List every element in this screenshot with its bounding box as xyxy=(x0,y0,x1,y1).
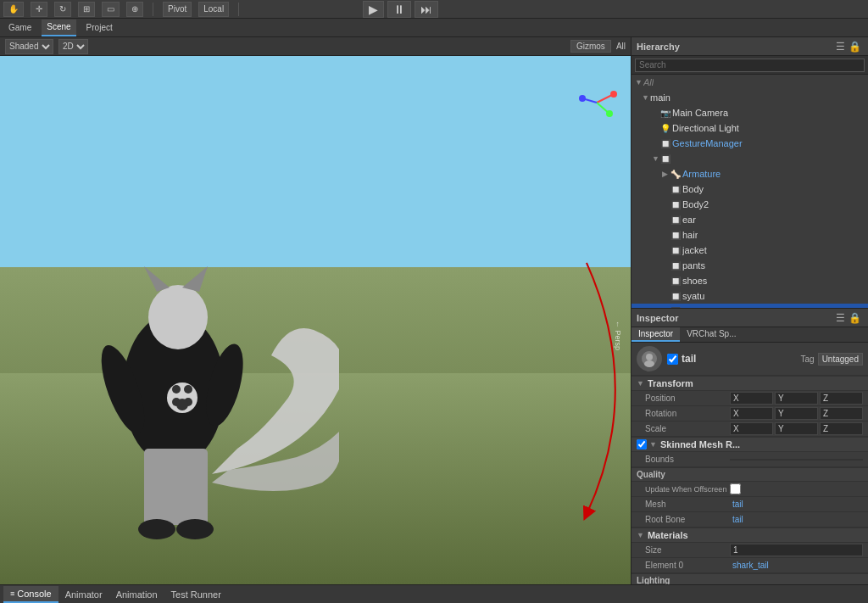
position-y[interactable] xyxy=(775,392,818,405)
tree-item-jacket[interactable]: 🔲 jacket xyxy=(632,243,868,258)
element0-value[interactable]: shark_tail xyxy=(730,560,863,571)
mesh-value[interactable]: tail xyxy=(730,499,863,510)
tree-item-armature[interactable]: ▶ 🦴 Armature xyxy=(632,166,868,181)
svg-point-13 xyxy=(138,519,175,539)
tree-arrow-main: ▼ xyxy=(642,93,650,102)
tag-value[interactable]: Untagged xyxy=(818,353,863,366)
tab-project-top[interactable]: Project xyxy=(81,20,118,36)
tree-item-gesture-manager[interactable]: 🔲 GestureManager xyxy=(632,136,868,151)
gizmos-button[interactable]: Gizmos xyxy=(570,40,611,53)
hierarchy-search-input[interactable] xyxy=(635,59,865,72)
bounds-value xyxy=(730,459,863,461)
toolbar-transform-hand[interactable]: ✋ xyxy=(3,2,24,17)
inspector-menu-btn[interactable]: ☰ xyxy=(834,312,847,324)
tab-game[interactable]: Game xyxy=(3,20,36,36)
materials-header[interactable]: ▼ Materials xyxy=(632,528,868,543)
position-x[interactable] xyxy=(730,392,773,405)
toolbar-transform-custom[interactable]: ⊕ xyxy=(126,2,143,17)
inspector-lock-btn[interactable]: 🔒 xyxy=(847,312,863,324)
inspector-tab-inspector[interactable]: Inspector xyxy=(632,327,680,342)
bottom-tab-console[interactable]: ≡ Console xyxy=(3,586,58,603)
rotation-z[interactable] xyxy=(820,407,863,420)
lighting-title: Lighting xyxy=(637,576,863,584)
svg-point-22 xyxy=(579,95,586,102)
toolbar-transform-rotate[interactable]: ↻ xyxy=(54,2,71,17)
transform-title: Transform xyxy=(648,378,863,388)
prop-element0: Element 0 shark_tail xyxy=(632,558,868,573)
tree-item-main[interactable]: ▼ main xyxy=(632,90,868,105)
tree-item-body[interactable]: 🔲 Body xyxy=(632,181,868,197)
skinned-mesh-header[interactable]: ▼ Skinned Mesh R... xyxy=(632,437,868,452)
shading-select[interactable]: Shaded xyxy=(5,39,53,54)
rotation-x[interactable] xyxy=(730,407,773,420)
step-button[interactable]: ⏭ xyxy=(415,1,438,18)
toolbar-transform-scale[interactable]: ⊞ xyxy=(78,2,95,17)
size-label: Size xyxy=(645,545,730,555)
size-value[interactable] xyxy=(730,544,863,556)
2d-select[interactable]: 2D xyxy=(58,39,88,54)
tree-item-root-obj[interactable]: ▼ 🔲 xyxy=(632,151,868,166)
hierarchy-menu-btn[interactable]: ☰ xyxy=(834,41,847,53)
local-button[interactable]: Local xyxy=(198,2,229,17)
inspector-title: Inspector xyxy=(637,313,679,323)
toolbar-transform-rect[interactable]: ▭ xyxy=(102,2,120,17)
quality-title: Quality xyxy=(637,470,863,479)
position-z[interactable] xyxy=(820,392,863,405)
tree-item-tail[interactable]: ▼ 🔲 tail xyxy=(632,304,868,308)
console-icon: ≡ xyxy=(10,589,14,598)
prop-scale: Scale xyxy=(632,422,868,437)
scale-x[interactable] xyxy=(730,422,773,435)
inspector-tabs: Inspector VRChat Sp... xyxy=(632,327,868,343)
top-toolbar: ✋ ✛ ↻ ⊞ ▭ ⊕ Pivot Local ▶ ⏸ ⏭ xyxy=(0,0,868,19)
hierarchy-tree: ▼ All ▼ main 📷 Main Camera 💡 xyxy=(632,75,868,308)
lighting-header[interactable]: Lighting xyxy=(632,573,868,584)
svg-point-14 xyxy=(176,519,214,539)
tree-item-all[interactable]: ▼ All xyxy=(632,75,868,90)
rotation-y[interactable] xyxy=(775,407,818,420)
object-active-checkbox[interactable] xyxy=(667,354,678,365)
persp-label: ← Persp xyxy=(614,321,622,350)
inspector-tab-vrchat[interactable]: VRChat Sp... xyxy=(680,327,743,342)
tree-item-hair[interactable]: 🔲 hair xyxy=(632,227,868,243)
tree-item-syatu[interactable]: 🔲 syatu xyxy=(632,288,868,304)
update-offscreen-checkbox[interactable] xyxy=(730,483,741,494)
skinned-mesh-title: Skinned Mesh R... xyxy=(660,439,863,449)
prop-mesh: Mesh tail xyxy=(632,497,868,512)
root-bone-label: Root Bone xyxy=(645,515,730,524)
svg-point-11 xyxy=(176,399,188,410)
scale-z[interactable] xyxy=(820,422,863,435)
scene-view: Shaded 2D Gizmos All xyxy=(0,37,631,584)
pause-button[interactable]: ⏸ xyxy=(387,1,411,18)
transform-component-header[interactable]: ▼ Transform xyxy=(632,376,868,391)
hierarchy-search-bar xyxy=(632,56,868,75)
bottom-tab-animator[interactable]: Animator xyxy=(58,586,109,603)
tree-item-body2[interactable]: 🔲 Body2 xyxy=(632,197,868,212)
play-button[interactable]: ▶ xyxy=(363,1,384,18)
pivot-button[interactable]: Pivot xyxy=(163,2,192,17)
element0-label: Element 0 xyxy=(645,561,730,570)
rotation-label: Rotation xyxy=(645,409,730,418)
bottom-tab-test-runner[interactable]: Test Runner xyxy=(164,586,228,603)
svg-point-25 xyxy=(644,360,654,367)
svg-point-8 xyxy=(184,385,192,394)
scale-y[interactable] xyxy=(775,422,818,435)
inspector-header: Inspector ☰ 🔒 xyxy=(632,309,868,327)
toolbar-transform-move[interactable]: ✛ xyxy=(31,2,47,17)
bottom-tab-animation[interactable]: Animation xyxy=(109,586,164,603)
update-offscreen-label: Update When Offscreen xyxy=(645,485,730,494)
tree-item-shoes[interactable]: 🔲 shoes xyxy=(632,273,868,288)
skinned-mesh-checkbox[interactable] xyxy=(637,439,647,449)
hierarchy-lock-btn[interactable]: 🔒 xyxy=(847,41,863,53)
tree-arrow: ▼ xyxy=(635,78,643,87)
object-name: tail xyxy=(682,353,798,365)
quality-header[interactable]: Quality xyxy=(632,467,868,482)
tree-item-pants[interactable]: 🔲 pants xyxy=(632,258,868,273)
tree-item-ear[interactable]: 🔲 ear xyxy=(632,212,868,227)
gizmo-widget xyxy=(576,81,618,124)
tree-item-dir-light[interactable]: 💡 Directional Light xyxy=(632,120,868,136)
tree-item-main-camera[interactable]: 📷 Main Camera xyxy=(632,105,868,120)
scene-canvas[interactable]: 1. 3 ← Persp xyxy=(0,56,631,584)
avatar-circle xyxy=(637,346,662,371)
root-bone-value[interactable]: tail xyxy=(730,514,863,525)
tab-scene[interactable]: Scene xyxy=(42,20,75,36)
